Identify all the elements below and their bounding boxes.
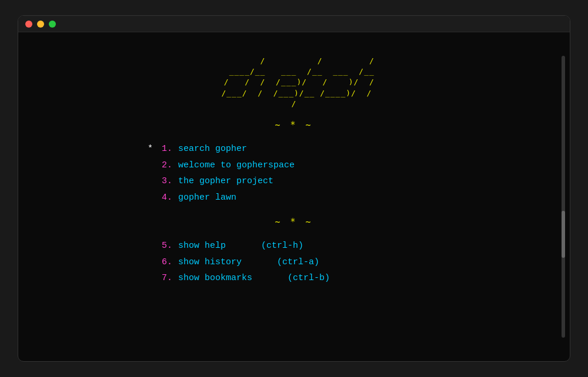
- item-text-1: search gopher: [178, 141, 247, 157]
- item-number-3: 3.: [162, 173, 178, 190]
- minimize-button[interactable]: [37, 21, 44, 28]
- item-text-6: show history: [178, 254, 242, 271]
- shortcut-6: (ctrl-a): [277, 254, 319, 271]
- titlebar: [18, 16, 570, 32]
- secondary-menu: 5. show help (ctrl-h) 6. show history (c…: [42, 238, 546, 287]
- cursor-spacer: [148, 238, 157, 254]
- item-number-7: 7.: [162, 270, 178, 287]
- shortcut-5: (ctrl-h): [261, 238, 303, 254]
- item-text-3: the gopher project: [178, 173, 273, 190]
- scrollbar-thumb[interactable]: [562, 211, 565, 258]
- cursor-spacer: [148, 270, 157, 287]
- list-item[interactable]: * 1. search gopher: [148, 141, 546, 157]
- separator-2: ~ * ~: [42, 217, 546, 227]
- item-text-5: show help: [178, 238, 226, 254]
- cursor-star: *: [148, 141, 157, 157]
- shortcut-7: (ctrl-b): [288, 270, 330, 287]
- terminal-content: / / / ____/__ ___ /__ ___ /__ / / / /___…: [18, 32, 570, 361]
- cursor-spacer: [148, 157, 157, 174]
- main-menu: * 1. search gopher 2. welcome to gophers…: [42, 141, 546, 206]
- item-text-2: welcome to gopherspace: [178, 157, 295, 174]
- item-text-7: show bookmarks: [178, 270, 252, 287]
- item-text-4: gopher lawn: [178, 190, 236, 206]
- item-number-2: 2.: [162, 157, 178, 174]
- item-number-5: 5.: [162, 238, 178, 254]
- close-button[interactable]: [25, 21, 32, 28]
- item-number-6: 6.: [162, 254, 178, 271]
- list-item[interactable]: 2. welcome to gopherspace: [148, 157, 546, 174]
- list-item[interactable]: 4. gopher lawn: [148, 190, 546, 206]
- cursor-spacer: [148, 254, 157, 271]
- scrollbar[interactable]: [562, 56, 565, 338]
- list-item[interactable]: 6. show history (ctrl-a): [148, 254, 546, 271]
- list-item[interactable]: 3. the gopher project: [148, 173, 546, 190]
- list-item[interactable]: 7. show bookmarks (ctrl-b): [148, 270, 546, 287]
- terminal-window: / / / ____/__ ___ /__ ___ /__ / / / /___…: [18, 15, 570, 362]
- maximize-button[interactable]: [49, 21, 56, 28]
- list-item[interactable]: 5. show help (ctrl-h): [148, 238, 546, 254]
- separator-1: ~ * ~: [42, 120, 546, 130]
- ascii-art-title: / / / ____/__ ___ /__ ___ /__ / / / /___…: [42, 56, 546, 109]
- item-number-4: 4.: [162, 190, 178, 206]
- cursor-spacer: [148, 173, 157, 190]
- cursor-spacer: [148, 190, 157, 206]
- item-number-1: 1.: [162, 141, 178, 157]
